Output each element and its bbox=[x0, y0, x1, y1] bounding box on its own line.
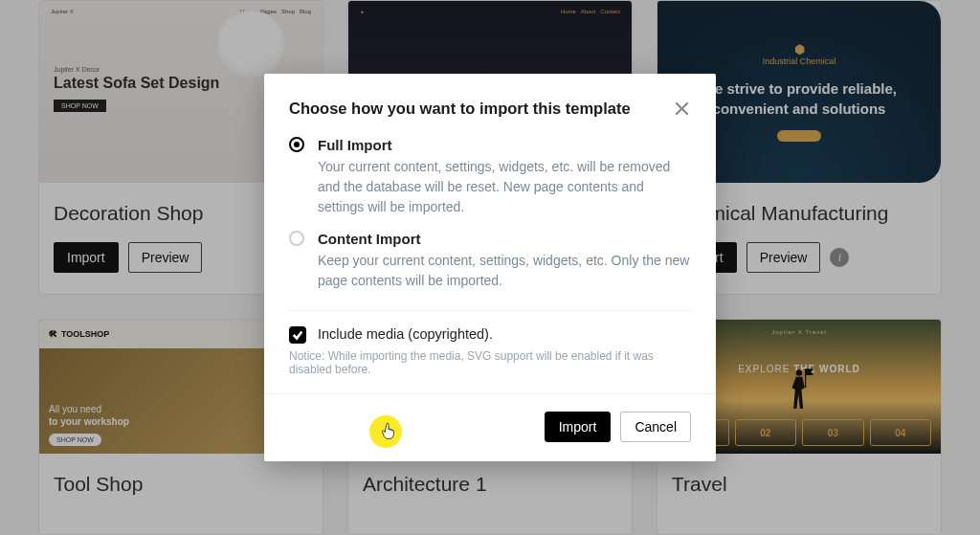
option-label: Full Import bbox=[318, 137, 691, 153]
option-desc: Your current content, settings, widgets,… bbox=[318, 157, 691, 217]
option-label: Content Import bbox=[318, 231, 691, 247]
radio-content-import[interactable] bbox=[289, 231, 304, 246]
media-notice: Notice: While importing the media, SVG s… bbox=[264, 344, 716, 380]
import-modal: Choose how you want to import this templ… bbox=[264, 74, 716, 461]
option-full-import[interactable]: Full Import Your current content, settin… bbox=[264, 133, 716, 227]
checkbox-include-media[interactable] bbox=[289, 326, 306, 344]
check-icon bbox=[292, 329, 303, 341]
cursor-highlight bbox=[369, 415, 402, 448]
cursor-icon bbox=[381, 423, 396, 440]
modal-title: Choose how you want to import this templ… bbox=[289, 100, 631, 118]
divider bbox=[289, 310, 691, 311]
modal-import-button[interactable]: Import bbox=[545, 412, 612, 442]
include-media-row[interactable]: Include media (copyrighted). bbox=[264, 321, 716, 344]
option-content-import[interactable]: Content Import Keep your current content… bbox=[264, 227, 716, 301]
modal-overlay: Choose how you want to import this templ… bbox=[0, 0, 980, 535]
modal-footer: Import Cancel bbox=[264, 393, 716, 442]
close-button[interactable] bbox=[672, 99, 691, 118]
checkbox-label: Include media (copyrighted). bbox=[318, 326, 691, 342]
close-icon bbox=[676, 102, 688, 115]
option-desc: Keep your current content, settings, wid… bbox=[318, 251, 691, 291]
modal-cancel-button[interactable]: Cancel bbox=[620, 412, 691, 442]
radio-full-import[interactable] bbox=[289, 137, 304, 152]
